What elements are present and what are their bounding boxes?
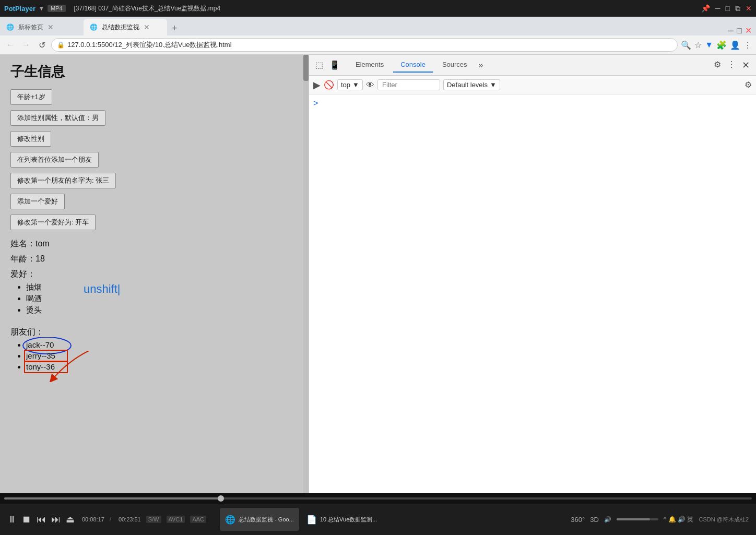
eject-button[interactable]: ⏏ <box>66 514 75 525</box>
media-seek-thumb[interactable] <box>218 495 224 502</box>
toolbar-icons: 🔍 ☆ ▼ 🧩 👤 ⋮ <box>681 40 752 50</box>
maximize-icon[interactable]: □ <box>726 4 730 13</box>
media-controls: ⏸ ⏹ ⏮ ⏭ ⏏ 00:08:17 / 00:23:51 S/W AVC1 A… <box>0 504 756 535</box>
btn-modify-hobby: 修改第一个爱好为: 开车 <box>10 215 298 230</box>
btn-rename-friend: 修改第一个朋友的名字为: 张三 <box>10 173 298 188</box>
friend-2-text: jerry--35 <box>26 351 55 360</box>
browser-minimize-icon[interactable]: ─ <box>728 26 734 35</box>
taskbar-goo[interactable]: 🌐 总结数据监视 - Goo... <box>220 508 299 531</box>
rename-friend-button[interactable]: 修改第一个朋友的名字为: 张三 <box>10 173 116 188</box>
friend-1: jack--70 <box>26 340 298 349</box>
modify-gender-button[interactable]: 修改性别 <box>10 131 51 147</box>
clear-icon[interactable]: 🚫 <box>324 80 334 90</box>
friends-list: jack--70 <box>26 340 298 371</box>
btn-modify-gender: 修改性别 <box>10 131 298 147</box>
stop-button[interactable]: ⏹ <box>22 514 31 525</box>
devtools-header: ⬚ 📱 Elements Console Sources » ⚙ ⋮ ✕ <box>309 55 756 76</box>
avc1-badge: AVC1 <box>167 516 185 523</box>
more-tabs-icon[interactable]: » <box>477 58 486 72</box>
taskbar-vue[interactable]: 📄 10.总结Vue数据监测... <box>301 508 383 531</box>
browser-restore-icon[interactable]: □ <box>737 26 742 35</box>
page-title: 子生信息 <box>10 63 298 81</box>
unshift-annotation: unshift| <box>84 282 121 296</box>
name-line: 姓名：tom <box>10 239 298 249</box>
time-total: 00:23:51 <box>119 516 141 522</box>
taskbar-vue-label: 10.总结Vue数据监测... <box>320 516 377 524</box>
extension-icon[interactable]: 🧩 <box>716 40 727 50</box>
webpage-panel: 子生信息 年龄+1岁 添加性别属性，默认值：男 修改性别 在列表首位添加一个朋友… <box>0 55 309 504</box>
tab-newtab[interactable]: 🌐 新标签页 ✕ <box>0 19 84 35</box>
next-button[interactable]: ⏭ <box>51 514 61 525</box>
profile-icon[interactable]: 👤 <box>730 40 740 50</box>
devtools-close-icon[interactable]: ✕ <box>740 57 752 73</box>
tab-elements[interactable]: Elements <box>348 57 391 73</box>
bookmark-icon[interactable]: ☆ <box>694 40 702 50</box>
taskbar-goo-icon: 🌐 <box>225 515 235 525</box>
console-filter-input[interactable] <box>377 79 440 90</box>
tab-newtab-close[interactable]: ✕ <box>48 23 54 31</box>
execute-icon[interactable]: ▶ <box>313 79 321 91</box>
zoom-icon[interactable]: 🔍 <box>681 40 691 50</box>
console-content: > <box>309 94 756 504</box>
volume-fill <box>617 518 650 520</box>
friend-3-text: tony--36 <box>26 362 55 371</box>
time-separator: / <box>110 516 111 522</box>
address-bar[interactable]: 🔒 127.0.0.1:5500/12_列表渲染/10.总结Vue数据监视.ht… <box>51 38 678 52</box>
tab-vuemonitor[interactable]: 🌐 总结数据监视 ✕ <box>84 19 167 35</box>
pin-icon[interactable]: 📌 <box>701 4 710 13</box>
device-icon[interactable]: 📱 <box>327 58 342 72</box>
aac-badge: AAC <box>190 516 206 523</box>
menu-icon[interactable]: ⋮ <box>743 40 752 50</box>
forward-button[interactable]: → <box>20 40 32 50</box>
friend-2: jerry--35 <box>26 351 298 360</box>
play-pause-button[interactable]: ⏸ <box>7 514 17 525</box>
dropdown-icon[interactable]: ▼ <box>39 5 44 11</box>
add-friend-button[interactable]: 在列表首位添加一个朋友 <box>10 152 99 168</box>
add-hobby-button[interactable]: 添加一个爱好 <box>10 194 65 209</box>
btn-add-hobby: 添加一个爱好 <box>10 194 298 209</box>
vpn-icon[interactable]: ▼ <box>705 40 713 50</box>
vol-icon[interactable]: 🔊 <box>604 516 611 523</box>
age-label: 年龄： <box>10 254 36 263</box>
log-levels-selector[interactable]: Default levels ▼ <box>443 79 500 90</box>
context-selector[interactable]: top ▼ <box>337 79 363 90</box>
devtools-settings-icon[interactable]: ⚙ <box>712 57 723 73</box>
back-button[interactable]: ← <box>4 40 17 50</box>
levels-arrow: ▼ <box>490 81 497 89</box>
reload-button[interactable]: ↺ <box>36 40 48 50</box>
tab-vuemonitor-close[interactable]: ✕ <box>144 23 150 31</box>
add-gender-button[interactable]: 添加性别属性，默认值：男 <box>10 110 105 126</box>
minimize-icon[interactable]: ─ <box>715 4 720 13</box>
console-prompt[interactable]: > <box>313 99 318 108</box>
inspect-icon[interactable]: ⬚ <box>313 58 325 72</box>
console-settings-icon[interactable]: ⚙ <box>745 80 752 90</box>
sources-tab-label: Sources <box>442 61 467 68</box>
media-seek-track[interactable] <box>4 497 752 500</box>
browser-close-icon[interactable]: ✕ <box>745 26 752 35</box>
app-title: PotPlayer ▼ MP4 [37/168] 037_尚硅谷Vue技术_总结… <box>4 4 220 13</box>
tab-console[interactable]: Console <box>393 57 433 73</box>
tab-vuemonitor-favicon: 🌐 <box>90 23 98 31</box>
age-plus-button[interactable]: 年龄+1岁 <box>10 89 52 105</box>
new-tab-button[interactable]: + <box>167 21 182 35</box>
friend-3: tony--36 <box>26 362 298 371</box>
modify-hobby-button[interactable]: 修改第一个爱好为: 开车 <box>10 215 96 230</box>
console-toolbar: ▶ 🚫 top ▼ 👁 Default levels ▼ ⚙ <box>309 76 756 94</box>
media-seek-fill <box>4 497 221 500</box>
devtools-kebab-icon[interactable]: ⋮ <box>725 57 738 73</box>
resize-icon[interactable]: ⧉ <box>735 4 740 13</box>
eye-icon[interactable]: 👁 <box>366 80 374 90</box>
scrollbar-thumb[interactable] <box>303 55 309 81</box>
taskbar-items: 🌐 总结数据监视 - Goo... 📄 10.总结Vue数据监测... <box>220 508 382 531</box>
media-progress-bar <box>0 493 756 504</box>
hobby-1: 抽烟 <box>26 282 42 292</box>
close-icon[interactable]: ✕ <box>746 4 752 13</box>
devtools-settings: ⚙ ⋮ ✕ <box>712 57 752 73</box>
taskbar-vue-icon: 📄 <box>306 515 317 525</box>
btn-add-friend: 在列表首位添加一个朋友 <box>10 152 298 168</box>
scrollbar-track[interactable] <box>303 55 309 504</box>
app-name: PotPlayer <box>4 5 36 13</box>
prev-button[interactable]: ⏮ <box>37 514 46 525</box>
tab-sources[interactable]: Sources <box>435 57 475 73</box>
volume-track[interactable] <box>617 518 658 520</box>
